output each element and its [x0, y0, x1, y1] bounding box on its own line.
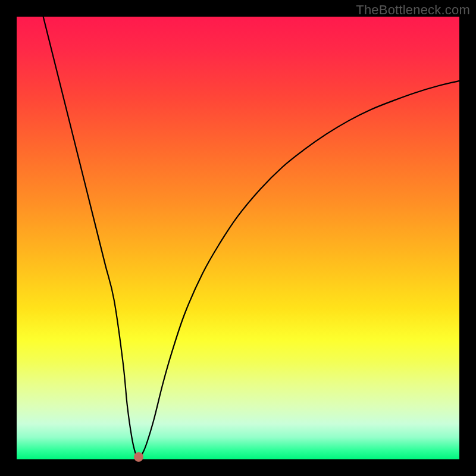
chart-plot-area	[17, 17, 459, 459]
chart-curve-svg	[17, 17, 459, 459]
watermark-text: TheBottleneck.com	[356, 2, 470, 18]
chart-marker-dot	[134, 452, 143, 462]
chart-curve-path	[43, 17, 459, 457]
